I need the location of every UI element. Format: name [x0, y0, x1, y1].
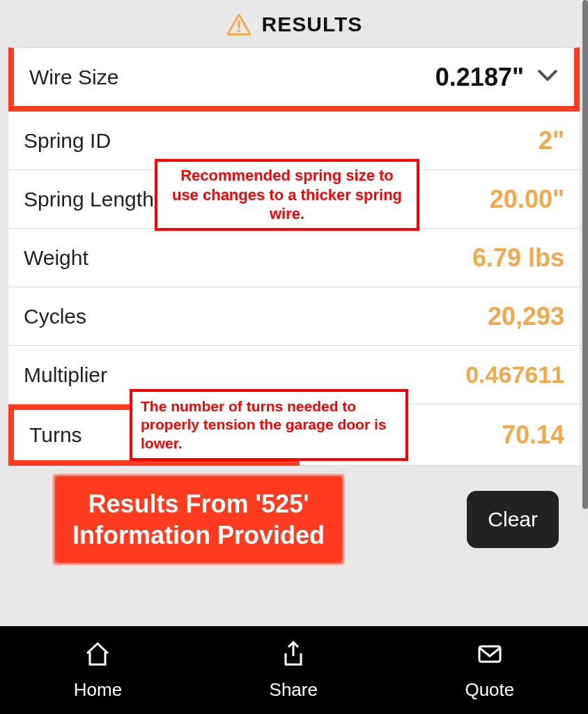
- multiplier-label: Multiplier: [24, 363, 107, 387]
- spring-length-value: 20.00": [490, 185, 564, 214]
- banner-line1: Results From '525': [72, 488, 325, 519]
- tippt-value: 70.14: [502, 420, 564, 450]
- weight-value: 6.79 lbs: [472, 243, 564, 273]
- tab-bar: Home Share Quote: [0, 626, 588, 714]
- wire-size-selector[interactable]: Wire Size 0.2187": [8, 47, 580, 112]
- chevron-down-icon: [536, 68, 559, 86]
- spring-id-label: Spring ID: [24, 129, 111, 153]
- spring-id-value: 2": [539, 126, 564, 155]
- tab-share[interactable]: Share: [270, 639, 318, 701]
- wire-size-label: Wire Size: [29, 66, 118, 89]
- svg-rect-2: [479, 646, 500, 662]
- tab-quote-label: Quote: [465, 679, 514, 701]
- tab-share-label: Share: [270, 679, 318, 701]
- cycles-row: Cycles 20,293: [8, 287, 580, 346]
- turns-label: Turns: [29, 423, 82, 447]
- svg-point-1: [238, 30, 240, 33]
- callout-turns: The number of turns needed to properly t…: [130, 389, 408, 461]
- results-header: RESULTS: [0, 0, 588, 47]
- spring-length-label: Spring Length: [24, 188, 154, 211]
- share-icon: [279, 639, 308, 674]
- cycles-label: Cycles: [24, 305, 86, 328]
- clear-button[interactable]: Clear: [467, 491, 559, 548]
- weight-row: Weight 6.79 lbs: [8, 229, 580, 287]
- weight-label: Weight: [24, 246, 88, 270]
- callout-spring-size: Recommended spring size to use changes t…: [155, 159, 419, 231]
- multiplier-value: 0.467611: [465, 361, 564, 388]
- tab-quote[interactable]: Quote: [465, 639, 514, 701]
- tab-home-label: Home: [74, 679, 122, 701]
- home-icon: [83, 639, 112, 674]
- results-source-banner: Results From '525' Information Provided: [57, 478, 340, 561]
- banner-line2: Information Provided: [72, 519, 325, 551]
- cycles-value: 20,293: [488, 302, 564, 331]
- page-title: RESULTS: [262, 13, 363, 36]
- wire-size-value: 0.2187": [435, 63, 524, 92]
- mail-icon: [475, 639, 504, 674]
- tab-home[interactable]: Home: [74, 639, 122, 701]
- warning-icon: [226, 13, 252, 36]
